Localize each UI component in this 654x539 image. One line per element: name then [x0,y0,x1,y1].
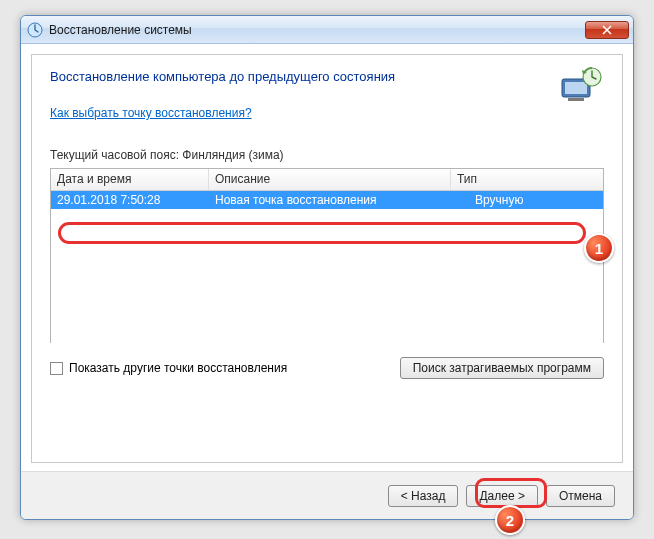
wizard-footer: < Назад Далее > Отмена [21,471,633,519]
close-icon [602,25,612,35]
next-button[interactable]: Далее > [466,485,538,507]
cell-desc: Новая точка восстановления [209,192,451,208]
system-restore-window: Восстановление системы Восстановление ко… [20,15,634,520]
show-more-checkbox-wrap[interactable]: Показать другие точки восстановления [50,361,400,375]
col-desc[interactable]: Описание [209,169,451,190]
timezone-label: Текущий часовой пояс: Финляндия (зима) [50,148,604,162]
cell-date: 29.01.2018 7:50:28 [51,192,209,208]
scan-affected-button[interactable]: Поиск затрагиваемых программ [400,357,604,379]
show-more-label: Показать другие точки восстановления [69,361,287,375]
titlebar[interactable]: Восстановление системы [21,16,633,44]
content-panel: Восстановление компьютера до предыдущего… [31,54,623,463]
table-header: Дата и время Описание Тип [51,169,603,191]
page-heading: Восстановление компьютера до предыдущего… [50,69,556,84]
col-date[interactable]: Дата и время [51,169,209,190]
cancel-button[interactable]: Отмена [546,485,615,507]
restore-graphic-icon [556,65,604,105]
cell-type: Вручную [451,192,603,208]
table-body: 29.01.2018 7:50:28 Новая точка восстанов… [51,191,603,343]
col-type[interactable]: Тип [451,169,603,190]
back-button[interactable]: < Назад [388,485,459,507]
window-title: Восстановление системы [49,23,585,37]
table-row[interactable]: 29.01.2018 7:50:28 Новая точка восстанов… [51,191,603,209]
help-link[interactable]: Как выбрать точку восстановления? [50,106,252,120]
close-button[interactable] [585,21,629,39]
checkbox-icon[interactable] [50,362,63,375]
restore-points-table: Дата и время Описание Тип 29.01.2018 7:5… [50,168,604,343]
system-restore-icon [27,22,43,38]
svg-rect-2 [565,82,587,94]
svg-rect-3 [568,98,584,101]
